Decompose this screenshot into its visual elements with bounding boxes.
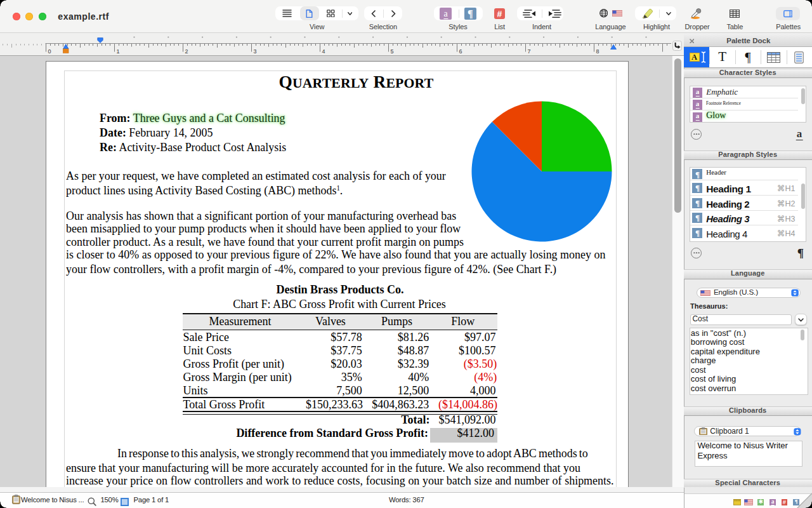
- svg-text:1: 1: [117, 48, 120, 55]
- svg-text:4: 4: [322, 48, 325, 55]
- svg-text:6: 6: [459, 48, 462, 55]
- svg-text:3: 3: [254, 48, 257, 55]
- svg-text:2: 2: [185, 48, 188, 55]
- svg-text:7: 7: [528, 48, 531, 55]
- svg-text:8: 8: [596, 48, 599, 55]
- svg-text:0: 0: [48, 48, 51, 55]
- svg-text:5: 5: [391, 48, 394, 55]
